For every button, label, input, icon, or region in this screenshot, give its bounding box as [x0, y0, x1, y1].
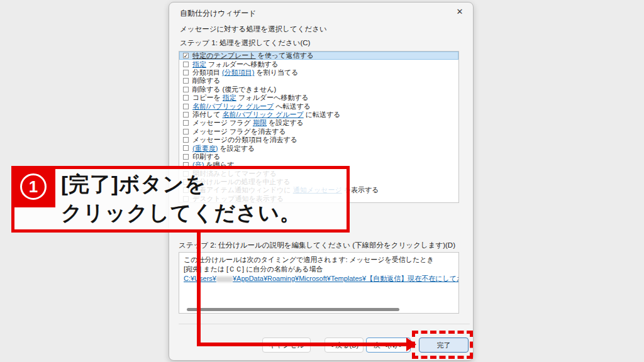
finish-button-highlight — [412, 331, 473, 359]
action-link[interactable]: 特定のテンプレート — [192, 52, 256, 59]
action-link[interactable]: 名前/パブリック グループ — [192, 102, 274, 110]
action-text: フォルダーへ移動する — [236, 94, 309, 101]
action-link[interactable]: (分類項目) — [222, 69, 254, 76]
checkbox-icon[interactable] — [183, 95, 189, 101]
annotation-line2: クリックしてください。 — [61, 199, 347, 228]
annotation-text: [完了]ボタンを クリックしてください。 — [61, 170, 347, 228]
redacted-username — [216, 277, 233, 282]
checkbox-icon[interactable] — [183, 62, 189, 67]
action-text: 添付して — [192, 111, 223, 118]
action-item[interactable]: 指定 フォルダーへ移動する — [179, 60, 458, 68]
action-text: フォルダーへ移動する — [206, 60, 279, 68]
rule-description-box[interactable]: この仕分けルールは次のタイミングで適用されます: メッセージを受信したとき [宛… — [179, 252, 459, 314]
action-item[interactable]: 削除する — [179, 77, 458, 85]
horizontal-scrollbar-thumb[interactable] — [187, 308, 399, 311]
checkbox-checked-icon[interactable]: ✓ — [183, 53, 189, 58]
action-text: 削除する (復元できません) — [192, 85, 276, 93]
action-link[interactable]: 名前/パブリック グループ — [223, 111, 304, 118]
template-path-link[interactable]: ¥AppData¥Roaming¥Microsoft¥Templates¥【自動… — [233, 275, 459, 282]
action-item[interactable]: 印刷する — [179, 153, 458, 161]
action-link[interactable]: 指定 — [192, 60, 206, 68]
action-item[interactable]: ✓特定のテンプレート を使って返信する — [179, 52, 458, 60]
divider — [179, 324, 470, 324]
action-link[interactable]: (重要度) — [192, 145, 218, 152]
annotation-connector-horizontal — [197, 343, 408, 346]
checkbox-icon[interactable] — [183, 120, 189, 126]
checkbox-icon[interactable] — [183, 145, 189, 151]
annotation-line1: [完了]ボタンを — [61, 170, 347, 199]
checkbox-icon[interactable] — [183, 78, 189, 84]
action-link[interactable]: 指定 — [223, 94, 236, 101]
action-item[interactable]: 分類項目 (分類項目) を割り当てる — [179, 69, 458, 77]
action-item[interactable]: メッセージ フラグ 期限 を設定する — [179, 119, 458, 127]
close-icon[interactable]: ✕ — [454, 6, 465, 18]
step2-label: ステップ 2: 仕分けルールの説明を編集してください (下線部分をクリックします… — [179, 241, 455, 250]
screen: 自動仕分けウィザード ✕ メッセージに対する処理を選択してください ステップ 1… — [0, 0, 644, 362]
action-link[interactable]: 期限 — [253, 119, 267, 126]
step-number-badge: 1 — [11, 166, 55, 207]
action-text: メッセージの分類項目を消去する — [192, 136, 297, 143]
action-text: へ転送する — [274, 102, 311, 110]
checkbox-icon[interactable] — [183, 112, 189, 118]
rule-description-line1: この仕分けルールは次のタイミングで適用されます: メッセージを受信したとき — [184, 255, 454, 265]
action-text: を割り当てる — [254, 69, 298, 76]
action-item[interactable]: 名前/パブリック グループ へ転送する — [179, 102, 458, 110]
action-item[interactable]: コピーを 指定 フォルダーへ移動する — [179, 94, 458, 102]
action-text: 印刷する — [192, 153, 221, 160]
action-item[interactable]: (重要度) を設定する — [179, 144, 458, 152]
checkbox-icon[interactable] — [183, 129, 189, 134]
annotation-callout: 1 [完了]ボタンを クリックしてください。 — [11, 166, 350, 233]
checkbox-icon[interactable] — [183, 154, 189, 160]
action-item[interactable]: 添付して 名前/パブリック グループ に転送する — [179, 111, 458, 119]
dialog-title: 自動仕分けウィザード — [180, 8, 256, 19]
rule-description-line2: [宛先] または [ＣＣ] に自分の名前がある場合 — [184, 265, 454, 274]
intro-label: メッセージに対する処理を選択してください — [180, 25, 327, 34]
action-text: 分類項目 — [192, 69, 222, 76]
checkbox-icon[interactable] — [183, 104, 189, 109]
action-item[interactable]: メッセージ フラグを消去する — [179, 128, 458, 136]
checkbox-icon[interactable] — [183, 70, 189, 75]
checkbox-icon[interactable] — [183, 137, 189, 143]
action-text: を使って返信する — [256, 52, 314, 59]
checkbox-icon[interactable] — [183, 87, 189, 92]
action-text: 削除する — [192, 77, 221, 84]
action-text: メッセージ フラグを消去する — [192, 128, 286, 135]
action-text: コピーを — [192, 94, 223, 101]
annotation-connector-vertical — [197, 231, 201, 344]
action-text: に転送する — [304, 111, 341, 118]
step1-label: ステップ 1: 処理を選択してください(C) — [180, 38, 310, 48]
action-text: を設定する — [218, 145, 255, 152]
action-item[interactable]: 削除する (復元できません) — [179, 85, 458, 94]
rule-template-path: C:¥Users¥¥AppData¥Roaming¥Microsoft¥Temp… — [184, 274, 454, 283]
action-text: メッセージ フラグ — [192, 119, 253, 126]
action-text: を設定する — [267, 119, 304, 126]
action-item[interactable]: メッセージの分類項目を消去する — [179, 136, 458, 144]
circled-one-icon: 1 — [20, 173, 47, 200]
